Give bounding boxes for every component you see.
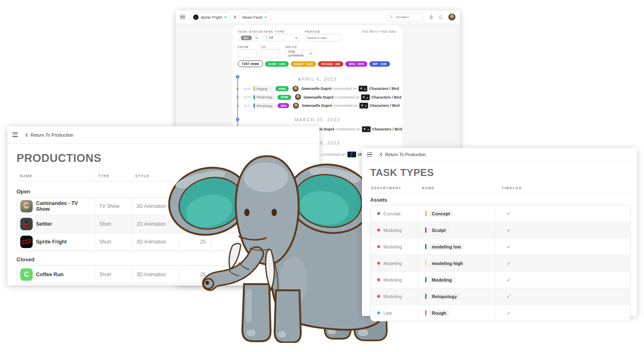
timelog-check-icon: ✓ <box>502 260 511 266</box>
entity-name: Characters / Bird <box>371 95 402 99</box>
task-type-row[interactable]: Modeling Modeling ✓ <box>371 271 630 288</box>
timelog-check-icon: ✓ <box>502 310 511 316</box>
task-type-select[interactable]: All <box>263 34 301 41</box>
to-label: TO <box>261 45 266 49</box>
task-type-value: All <box>269 36 273 40</box>
department-name: Modeling <box>383 277 402 282</box>
department-dot <box>377 212 380 215</box>
production-row[interactable]: SPRITEFRIGHTSprite Fright Short 3D Anima… <box>17 233 318 251</box>
department-dot <box>377 295 380 298</box>
task-type-chip: Retopology <box>254 94 275 100</box>
task-type-row[interactable]: Line Rough ✓ <box>371 304 630 321</box>
timeline-dot <box>237 96 239 98</box>
production-selector[interactable]: Sprite Fright <box>189 12 231 22</box>
news-item[interactable]: 11:17 Retopology WFA Gwenaelle Dupré com… <box>232 102 402 109</box>
page-selector[interactable]: News Feed <box>239 12 271 22</box>
production-type: Short <box>95 233 132 251</box>
production-fps: 25 <box>179 266 211 283</box>
search-input[interactable] <box>395 15 421 19</box>
open-productions-table: Caminandes - TV Show TV Show 3D Animatio… <box>17 197 318 251</box>
news-item[interactable]: 11:23 Retopology DONE Gwenaelle Dupré co… <box>232 94 402 101</box>
task-types-window: Return To Production TASK TYPES DEPARTME… <box>362 148 637 316</box>
productions-window: Return To Production PRODUCTIONS NAME TY… <box>7 126 319 285</box>
task-type-row[interactable]: Concept Concept ✓ <box>371 205 630 222</box>
task-type-label: TASK TYPE <box>263 30 285 34</box>
production-name: Sprite Fright <box>36 239 67 245</box>
group-label-open: Open <box>17 188 30 195</box>
page-title: TASK TYPES <box>370 167 434 178</box>
entity-name: Characters / Bird <box>369 87 399 91</box>
production-row[interactable]: Caminandes - TV Show TV Show 3D Animatio… <box>17 198 318 215</box>
user-avatar[interactable] <box>448 13 456 21</box>
production-style: 2D Animation <box>132 215 179 233</box>
person-input[interactable] <box>305 34 342 41</box>
news-total-badge: 7167 news <box>238 60 263 67</box>
hamburger-menu-icon[interactable] <box>180 15 185 19</box>
group-label-closed: Closed <box>17 256 34 263</box>
status-badge-wip[interactable]: WIP : 1185 <box>369 61 390 67</box>
person-label: PERSON <box>305 30 321 34</box>
status-badge: WFA <box>278 103 289 108</box>
production-row[interactable]: CCoffee Run Short 3D Animation 25 <box>17 266 318 283</box>
column-divider <box>94 171 95 181</box>
department-dot <box>377 229 380 231</box>
task-type-row[interactable]: Modeling Sculpt ✓ <box>371 222 630 238</box>
from-input[interactable] <box>238 49 257 58</box>
production-style: 3D Animation <box>132 198 179 215</box>
column-header-department: DEPARTMENT <box>371 186 401 190</box>
quick-actions-button[interactable] <box>429 14 433 20</box>
feed-date-header: MARCH 30, 2023 <box>232 117 402 122</box>
column-header-timelog: TIMELOG <box>502 186 522 190</box>
task-type-row[interactable]: Modeling modeling low ✓ <box>371 238 630 255</box>
status-badge-wfa[interactable]: WFA : 1578 <box>345 61 367 67</box>
task-types-header: Return To Production <box>362 148 637 162</box>
task-status-label: TASK STATUS <box>238 30 263 34</box>
avatar <box>292 86 299 92</box>
person-name: Gwenaelle Dupré <box>301 87 331 91</box>
entity-thumbnail <box>359 103 368 108</box>
production-row[interactable]: Settler Short 2D Animation 24 <box>17 215 318 233</box>
return-to-production-link[interactable]: Return To Production <box>380 152 426 157</box>
header-divider <box>370 193 630 193</box>
production-thumbnail: SPRITEFRIGHT <box>20 236 33 248</box>
status-badge-retake[interactable]: RETAKE : 460 <box>318 61 343 67</box>
action-text: commented on <box>333 87 357 91</box>
filters-stats-links[interactable]: less filters • hide stats <box>362 29 396 34</box>
task-type-chip: Modeling <box>425 277 455 283</box>
notifications-button[interactable] <box>438 14 443 20</box>
hamburger-menu-icon[interactable] <box>367 152 372 157</box>
status-badge-done[interactable]: DONE : 1206 <box>265 61 289 67</box>
task-type-chip: modeling high <box>425 260 466 267</box>
return-to-production-link[interactable]: Return To Production <box>25 133 73 137</box>
task-type-row[interactable]: Modeling Retopology ✓ <box>371 288 630 304</box>
chevron-down-icon <box>264 16 267 18</box>
bell-icon <box>438 14 443 20</box>
infos-select[interactable]: Only comments <box>285 50 315 57</box>
status-badge-ready[interactable]: READY : 1429 <box>291 61 316 67</box>
chevron-down-icon <box>295 37 298 39</box>
department-name: Modeling <box>383 294 402 299</box>
action-text: commented on <box>321 152 346 157</box>
news-item-time: 11:17 <box>244 104 254 107</box>
production-name: Settler <box>36 221 52 227</box>
hamburger-menu-icon[interactable] <box>12 133 18 137</box>
chevron-left-icon <box>25 133 28 137</box>
column-header-type: TYPE <box>98 174 110 178</box>
avatar <box>295 94 301 100</box>
department-dot <box>377 278 380 281</box>
task-type-chip: Rigging <box>254 86 273 92</box>
chevron-left-icon <box>380 152 383 157</box>
department-name: Modeling <box>383 261 402 266</box>
action-text: commented on <box>333 104 358 108</box>
person-name: Gwenaelle Dupré <box>304 95 334 99</box>
task-type-row[interactable]: Modeling modeling high ✓ <box>371 255 630 271</box>
entity-thumbnail <box>362 126 371 132</box>
entity-thumbnail <box>361 94 370 100</box>
from-label: FROM <box>238 45 249 49</box>
to-input[interactable] <box>261 49 280 58</box>
task-status-select[interactable]: ALL <box>238 34 260 41</box>
infos-label: INFOS <box>285 45 297 49</box>
timeline-dot <box>237 105 239 107</box>
news-item[interactable]: 11:42 Rigging DONE Gwenaelle Dupré comme… <box>232 85 402 92</box>
global-search[interactable] <box>387 13 424 22</box>
